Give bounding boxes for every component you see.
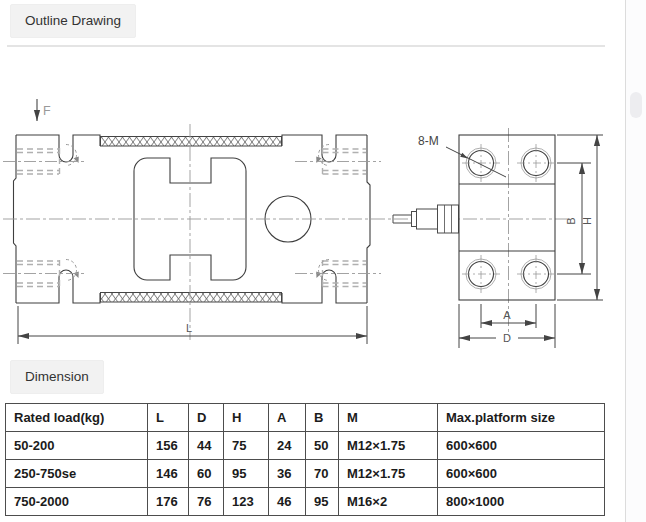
tab-dimension-label: Dimension [25,369,89,384]
cell-d: 44 [189,432,224,460]
cell-platform: 800×1000 [438,488,605,516]
cell-h: 123 [224,488,269,516]
thread-callout-label: 8-M [418,134,439,148]
cell-d: 60 [189,460,224,488]
dimension-h: H [557,135,603,300]
cell-a: 46 [269,488,306,516]
hidden-thread-holes [17,148,366,287]
cell-platform: 600×600 [438,460,605,488]
col-header-b: B [306,404,339,432]
col-header-platform: Max.platform size [438,404,605,432]
table-header-row: Rated load(kg) L D H A B M Max.platform … [6,404,605,432]
dimension-a-label: A [503,309,511,321]
force-label: F [43,104,51,118]
cell-h: 95 [224,460,269,488]
col-header-l: L [148,404,189,432]
tab-outline-drawing[interactable]: Outline Drawing [10,4,136,38]
cell-l: 176 [148,488,189,516]
centerlines [3,124,570,340]
cell-d: 76 [189,488,224,516]
outline-drawing-page: Outline Drawing [0,0,646,522]
table-row: 750-2000 176 76 123 46 95 M16×2 800×1000 [6,488,605,516]
right-panel-strip [626,0,646,522]
cell-b: 95 [306,488,339,516]
col-header-h: H [224,404,269,432]
dimension-table: Rated load(kg) L D H A B M Max.platform … [5,403,605,516]
cell-h: 75 [224,432,269,460]
cell-b: 70 [306,460,339,488]
col-header-a: A [269,404,306,432]
col-header-rated-load: Rated load(kg) [6,404,148,432]
table-row: 50-200 156 44 75 24 50 M12×1.75 600×600 [6,432,605,460]
cell-platform: 600×600 [438,432,605,460]
top-strip [101,137,282,147]
cell-m: M16×2 [339,488,438,516]
thread-direction-arrows [66,145,329,281]
cell-l: 156 [148,432,189,460]
scrollbar-thumb[interactable] [630,92,642,118]
cell-rated-load: 750-2000 [6,488,148,516]
tab-outline-drawing-label: Outline Drawing [25,13,121,28]
force-arrow: F [37,99,51,121]
cell-rated-load: 250-750se [6,460,148,488]
dimension-d-label: D [503,332,511,344]
load-cell-outline-drawing: F L [0,85,646,355]
dimension-l-label: L [186,322,192,334]
cell-m: M12×1.75 [339,460,438,488]
col-header-m: M [339,404,438,432]
dimension-h-label: H [581,217,593,225]
dimension-b-label: B [565,217,577,224]
dimension-l: L [18,306,367,344]
bottom-strip [101,293,282,303]
section-divider [7,45,605,47]
tab-dimension[interactable]: Dimension [10,360,104,394]
cell-l: 146 [148,460,189,488]
thread-arrowheads [74,157,322,278]
end-view [459,135,555,300]
col-header-d: D [189,404,224,432]
page-divider [625,0,626,522]
cell-a: 36 [269,460,306,488]
cell-b: 50 [306,432,339,460]
table-row: 250-750se 146 60 95 36 70 M12×1.75 600×6… [6,460,605,488]
cell-a: 24 [269,432,306,460]
cell-rated-load: 50-200 [6,432,148,460]
cell-m: M12×1.75 [339,432,438,460]
thread-callout: 8-M [418,134,506,177]
